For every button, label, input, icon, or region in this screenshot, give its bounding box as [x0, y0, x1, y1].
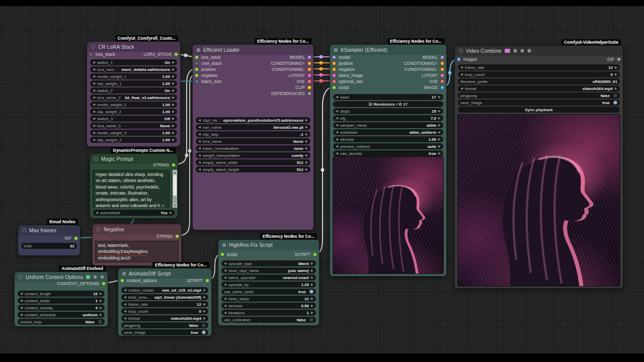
increment-arrow-icon[interactable]: ▶ [203, 288, 206, 292]
node-title-bar[interactable]: Negative [93, 224, 181, 234]
node-magic-prompt[interactable]: Magic Prompt STRING▲▼Hyper detailed ultr… [90, 153, 178, 219]
input-dot-icon[interactable] [457, 57, 461, 61]
widget-scheduler[interactable]: ◀schedulerddim_uniform▶ [333, 129, 443, 135]
decrement-arrow-icon[interactable]: ◀ [460, 65, 463, 69]
scroll-down-icon[interactable]: ▼ [173, 203, 177, 208]
input-slot-images[interactable]: images [457, 56, 477, 62]
widget-context_stride[interactable]: ◀context_stride1▶ [18, 298, 105, 304]
input-slot-model[interactable]: model [332, 54, 350, 60]
toggle-dot-icon[interactable] [202, 330, 206, 334]
toggle-dot-icon[interactable] [202, 323, 206, 327]
decrement-arrow-icon[interactable]: ◀ [93, 96, 95, 100]
node-video-combine[interactable]: Video Combine imagesGIF◀frame_rate12▶◀lo… [454, 45, 623, 289]
widget-sampler_name[interactable]: ◀sampler_nameddim▶ [333, 122, 443, 128]
node-title-bar[interactable]: Max frames [18, 225, 80, 235]
output-slot-SCRIPT[interactable]: SCRIPT [295, 251, 317, 257]
toggle-dot-icon[interactable] [613, 94, 617, 98]
input-dot-icon[interactable] [332, 79, 336, 83]
widget-model_weight_3[interactable]: ◀model_weight_31.00▶ [90, 130, 177, 136]
increment-arrow-icon[interactable]: ▶ [615, 65, 617, 69]
output-slot-LATENT[interactable]: LATENT [289, 72, 311, 78]
input-dot-icon[interactable] [332, 61, 336, 65]
increment-arrow-icon[interactable]: ▶ [305, 139, 308, 143]
widget-context_schedule[interactable]: ◀context_scheduleuniform▶ [18, 312, 105, 318]
increment-arrow-icon[interactable]: ▶ [172, 124, 175, 128]
widget-value[interactable]: 32 [70, 244, 74, 248]
widget-beta_schedule[interactable]: ◀beta_schedulesqrt_linear (AnimateDiff)▶ [121, 294, 208, 300]
node-title-bar[interactable]: CR LoRA Stack [87, 42, 180, 52]
widget-preview_method[interactable]: ◀preview_methodauto▶ [333, 143, 443, 149]
output-dot-icon[interactable] [307, 85, 311, 89]
output-slot-VAE[interactable]: VAE [430, 78, 444, 84]
increment-arrow-icon[interactable]: ▶ [438, 116, 441, 120]
decrement-arrow-icon[interactable]: ◀ [124, 309, 126, 313]
input-dot-icon[interactable] [195, 67, 199, 71]
increment-arrow-icon[interactable]: ▶ [203, 295, 206, 299]
decrement-arrow-icon[interactable]: ◀ [93, 117, 95, 121]
widget-empty_latent_height[interactable]: ◀empty_latent_height512▶ [196, 166, 310, 172]
output-slot-LORA_STACK[interactable]: LORA_STACK [143, 51, 178, 57]
input-dot-icon[interactable] [120, 279, 124, 283]
input-slot-script[interactable]: script [220, 251, 237, 257]
input-slot-optional_vae[interactable]: optional_vae [332, 78, 363, 84]
collapse-dot-icon[interactable] [19, 275, 23, 279]
decrement-arrow-icon[interactable]: ◀ [198, 160, 201, 164]
decrement-arrow-icon[interactable]: ◀ [93, 124, 95, 128]
widget-lora_name_1[interactable]: ◀lora_name_1more_details.safetensors▶ [90, 66, 177, 72]
textarea-scrollbar[interactable]: ▲▼ [173, 170, 177, 208]
decrement-arrow-icon[interactable]: ◀ [460, 86, 463, 90]
collapse-dot-icon[interactable] [122, 272, 126, 276]
widget-steps[interactable]: ◀steps25▶ [333, 108, 443, 114]
node-max-frames[interactable]: Max frames INTinStr32 [18, 225, 80, 256]
widget-closed_loop[interactable]: closed_loopfalse [18, 319, 105, 325]
decrement-arrow-icon[interactable]: ◀ [336, 95, 338, 99]
input-slot-script[interactable]: script [332, 84, 349, 90]
output-slot-STRING[interactable]: STRING [153, 162, 176, 168]
widget-switch_1[interactable]: ◀switch_1On▶ [90, 59, 177, 65]
widget-denoise[interactable]: ◀denoise0.56▶ [221, 303, 316, 309]
output-slot-CONDITIONING-[interactable]: CONDITIONING- [272, 66, 311, 72]
button-sync-playback[interactable]: Sync playback [458, 107, 620, 113]
increment-arrow-icon[interactable]: ▶ [100, 292, 102, 296]
widget-ckpt_name[interactable]: ◀ckpt_nameepicrealism_pureEvolutionV5.sa… [196, 117, 310, 123]
input-dot-icon[interactable] [220, 252, 224, 256]
output-slot-DEPENDENCIES[interactable]: DEPENDENCIES [271, 90, 311, 97]
increment-arrow-icon[interactable]: ▶ [311, 261, 313, 265]
decrement-arrow-icon[interactable]: ◀ [20, 313, 23, 317]
input-dot-icon[interactable] [332, 55, 336, 59]
widget-lora_name[interactable]: ◀lora_nameNone▶ [196, 138, 310, 144]
output-dot-icon[interactable] [440, 55, 444, 59]
collapse-dot-icon[interactable] [459, 49, 463, 53]
decrement-arrow-icon[interactable]: ◀ [96, 211, 98, 215]
widget-lora_name_3[interactable]: ◀lora_name_3None▶ [90, 123, 177, 129]
increment-arrow-icon[interactable]: ▶ [438, 123, 441, 127]
decrement-arrow-icon[interactable]: ◀ [93, 81, 95, 85]
decrement-arrow-icon[interactable]: ◀ [224, 276, 226, 280]
decrement-arrow-icon[interactable]: ◀ [224, 268, 226, 273]
decrement-arrow-icon[interactable]: ◀ [20, 306, 23, 310]
output-dot-icon[interactable] [313, 252, 317, 256]
increment-arrow-icon[interactable]: ▶ [170, 211, 172, 215]
widget-vae_decode[interactable]: ◀vae_decodetrue▶ [333, 150, 443, 156]
widget-token_normalization[interactable]: ◀token_normalizationnone▶ [196, 145, 310, 151]
increment-arrow-icon[interactable]: ▶ [172, 117, 175, 121]
widget-motion_model[interactable]: ◀motion_modelmm_sd_v15_v2.ckpt▶ [121, 287, 208, 293]
scroll-up-icon[interactable]: ▲ [173, 170, 177, 174]
collapse-dot-icon[interactable] [22, 228, 26, 232]
collapse-dot-icon[interactable] [91, 45, 95, 49]
increment-arrow-icon[interactable]: ▶ [438, 109, 441, 113]
increment-arrow-icon[interactable]: ▶ [172, 67, 175, 71]
widget-denoise[interactable]: ◀denoise1.00▶ [333, 136, 443, 142]
increment-arrow-icon[interactable]: ▶ [172, 60, 175, 64]
input-dot-icon[interactable] [89, 52, 93, 56]
widget-upscale_type[interactable]: ◀upscale_typelatent▶ [221, 260, 316, 266]
increment-arrow-icon[interactable]: ▶ [438, 144, 441, 148]
output-slot-LATENT[interactable]: LATENT [422, 72, 444, 78]
decrement-arrow-icon[interactable]: ◀ [198, 132, 201, 136]
increment-arrow-icon[interactable]: ▶ [172, 96, 175, 100]
decrement-arrow-icon[interactable]: ◀ [224, 311, 226, 315]
increment-arrow-icon[interactable]: ▶ [305, 160, 308, 164]
decrement-arrow-icon[interactable]: ◀ [124, 295, 126, 299]
output-dot-icon[interactable] [307, 79, 311, 83]
increment-arrow-icon[interactable]: ▶ [438, 130, 441, 134]
